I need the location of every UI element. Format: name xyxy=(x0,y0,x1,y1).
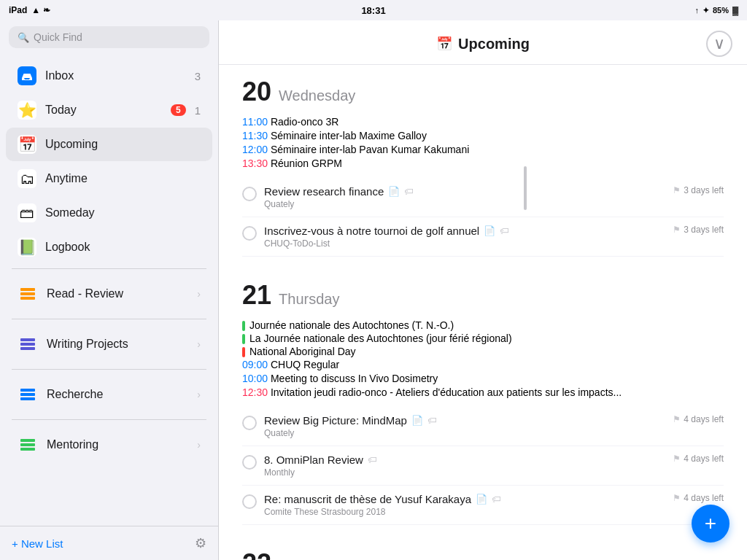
task-body-4: 8. OmniPlan Review 🏷 Monthly xyxy=(264,454,665,478)
inbox-icon xyxy=(18,66,36,85)
bluetooth-icon: ✦ xyxy=(703,6,709,15)
mentoring-chevron-icon: › xyxy=(197,439,201,451)
upcoming-label: Upcoming xyxy=(45,138,201,151)
search-bar[interactable]: 🔍 Quick Find xyxy=(9,26,209,48)
anytime-label: Anytime xyxy=(45,172,201,185)
day-name-21: Thursday xyxy=(279,291,339,308)
scroll-indicator xyxy=(524,166,527,210)
days-left-1: 3 days left xyxy=(684,185,724,195)
writing-projects-icon xyxy=(18,334,38,354)
cal-title-4: Réunion GRPM xyxy=(271,158,342,169)
mentoring-label: Mentoring xyxy=(47,438,188,451)
cal-title-7: Invitation jeudi radio-onco - Ateliers d… xyxy=(271,386,622,398)
days-left-3: 4 days left xyxy=(684,414,724,424)
sidebar-item-someday[interactable]: 🗃 Someday xyxy=(6,196,212,230)
svg-rect-3 xyxy=(20,338,35,341)
cal-title-2: Séminaire inter-lab Maxime Galloy xyxy=(271,130,427,141)
svg-rect-6 xyxy=(20,389,35,392)
sidebar-item-read-review[interactable]: Read - Review › xyxy=(6,273,212,314)
sidebar: 🔍 Quick Find Inbox 3 ⭐ Today 5 1 📅 xyxy=(0,20,219,560)
svg-rect-10 xyxy=(20,443,35,446)
cal-dot-title-2: La Journée nationale des Autochtones (jo… xyxy=(249,332,512,344)
sidebar-nav: Inbox 3 ⭐ Today 5 1 📅 Upcoming 🗂 Anytime xyxy=(0,55,218,526)
task-meta-4: ⚑ 4 days left xyxy=(673,454,724,464)
logbook-icon: 📗 xyxy=(18,238,36,257)
cal-event-3: 12:00 Séminaire inter-lab Pavan Kumar Ka… xyxy=(242,144,724,155)
task-checkbox-4[interactable] xyxy=(242,455,257,470)
content-scroll[interactable]: 20 Wednesday 11:00 Radio-onco 3R 11:30 S… xyxy=(219,65,747,560)
task-body-3: Review Big Picture: MindMap 📄 🏷 Quately xyxy=(264,414,665,438)
cal-event-1: 11:00 Radio-onco 3R xyxy=(242,116,724,128)
sidebar-item-inbox[interactable]: Inbox 3 xyxy=(6,59,212,93)
sidebar-item-mentoring[interactable]: Mentoring › xyxy=(6,424,212,465)
task-checkbox-5[interactable] xyxy=(242,494,257,509)
settings-icon[interactable]: ⚙ xyxy=(195,535,206,551)
tag-icon: 🏷 xyxy=(404,186,414,197)
attachment-icon-3: 📄 xyxy=(411,415,423,426)
cal-dot-event-1: Journée nationale des Autochtones (T. N.… xyxy=(242,319,724,331)
cal-title-1: Radio-onco 3R xyxy=(271,116,338,128)
svg-rect-4 xyxy=(20,343,35,346)
sidebar-divider-3 xyxy=(12,369,206,370)
calendar-events-21: Journée nationale des Autochtones (T. N.… xyxy=(242,319,724,398)
collapse-button[interactable]: ∨ xyxy=(706,31,732,57)
green-dot-1 xyxy=(242,321,245,331)
cal-time-1200: 12:00 xyxy=(242,144,268,155)
day-number-21: 21 xyxy=(242,280,271,311)
task-item-2: Inscrivez-vous à notre tournoi de golf a… xyxy=(242,217,724,257)
read-review-chevron-icon: › xyxy=(197,288,201,300)
task-checkbox-1[interactable] xyxy=(242,187,257,201)
task-subtitle-5: Comite These Strasbourg 2018 xyxy=(264,507,665,517)
task-title-1: Review research finance 📄 🏷 xyxy=(264,185,665,198)
main-title-text: Upcoming xyxy=(458,36,530,52)
chevron-down-icon: ∨ xyxy=(713,34,725,53)
task-item-3: Review Big Picture: MindMap 📄 🏷 Quately … xyxy=(242,407,724,446)
battery-icon: ▓ xyxy=(732,6,738,15)
ipad-label: iPad xyxy=(9,5,27,15)
sidebar-item-writing-projects[interactable]: Writing Projects › xyxy=(6,324,212,365)
someday-label: Someday xyxy=(45,206,201,219)
flag-icon-3: ⚑ xyxy=(673,414,681,424)
sidebar-item-today[interactable]: ⭐ Today 5 1 xyxy=(6,93,212,127)
task-body-5: Re: manuscrit de thèse de Yusuf Karakaya… xyxy=(264,493,665,517)
add-task-button[interactable]: + xyxy=(692,505,729,542)
cal-title-3: Séminaire inter-lab Pavan Kumar Kakumani xyxy=(271,144,469,155)
flag-icon-4: ⚑ xyxy=(673,454,681,464)
location-icon: ↑ xyxy=(694,6,699,15)
cal-title-6: Meeting to discuss In Vivo Dosimetry xyxy=(271,373,438,384)
days-left-2: 3 days left xyxy=(684,225,724,235)
cal-time-0900: 09:00 xyxy=(242,359,268,370)
status-right: ↑ ✦ 85% ▓ xyxy=(694,6,738,15)
day-number-22: 22 xyxy=(242,548,271,560)
sidebar-item-upcoming[interactable]: 📅 Upcoming xyxy=(6,128,212,161)
tag-icon-5: 🏷 xyxy=(492,494,501,505)
task-meta-3: ⚑ 4 days left xyxy=(673,414,724,424)
writing-projects-chevron-icon: › xyxy=(197,338,201,350)
day-section-20: 20 Wednesday 11:00 Radio-onco 3R 11:30 S… xyxy=(242,77,724,257)
day-header-21: 21 Thursday xyxy=(242,280,724,311)
task-subtitle-4: Monthly xyxy=(264,467,665,478)
day-name-20: Wednesday xyxy=(279,88,355,104)
day-number-20: 20 xyxy=(242,77,271,107)
days-left-4: 4 days left xyxy=(684,454,724,464)
task-title-4: 8. OmniPlan Review 🏷 xyxy=(264,454,665,466)
svg-rect-11 xyxy=(20,448,35,451)
task-title-3: Review Big Picture: MindMap 📄 🏷 xyxy=(264,414,665,427)
search-icon: 🔍 xyxy=(18,32,29,43)
sidebar-divider-1 xyxy=(12,268,206,269)
someday-icon: 🗃 xyxy=(18,203,36,222)
main-title: 📅 Upcoming xyxy=(436,36,530,52)
sidebar-item-anytime[interactable]: 🗂 Anytime xyxy=(6,162,212,195)
cal-time-1330: 13:30 xyxy=(242,158,268,169)
cal-event-6: 10:00 Meeting to discuss In Vivo Dosimet… xyxy=(242,373,724,384)
inbox-count: 3 xyxy=(195,70,201,82)
search-placeholder: Quick Find xyxy=(34,31,82,43)
sidebar-item-logbook[interactable]: 📗 Logbook xyxy=(6,230,212,264)
sidebar-item-recherche[interactable]: Recherche › xyxy=(6,374,212,415)
task-checkbox-3[interactable] xyxy=(242,416,257,430)
attachment-icon: 📄 xyxy=(388,186,400,197)
sidebar-bottom: + New List ⚙ xyxy=(0,526,218,560)
task-checkbox-2[interactable] xyxy=(242,226,257,241)
new-list-button[interactable]: + New List xyxy=(12,537,63,550)
today-icon: ⭐ xyxy=(18,101,36,120)
